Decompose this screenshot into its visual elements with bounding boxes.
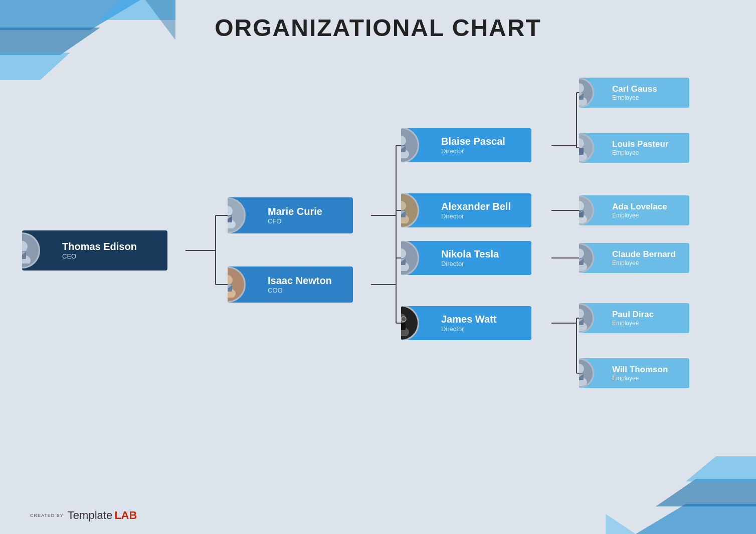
svg-marker-8: [606, 514, 636, 534]
dir2-node: Alexander Bell Director: [401, 193, 531, 227]
emp3-role: Employee: [612, 212, 668, 219]
dir4-avatar: [401, 306, 419, 340]
svg-point-69: [579, 201, 584, 211]
emp3-avatar: [579, 195, 594, 225]
cfo-node: Marie Curie CFO: [228, 197, 353, 233]
coo-avatar: [228, 266, 246, 303]
svg-rect-68: [579, 148, 584, 155]
emp5-role: Employee: [612, 320, 668, 327]
emp3-name: Ada Lovelace: [612, 202, 668, 212]
svg-point-52: [401, 248, 406, 258]
emp4-role: Employee: [612, 259, 676, 266]
emp2-name: Louis Pasteur: [612, 139, 668, 149]
emp3-node: Ada Lovelace Employee: [579, 195, 689, 225]
dir2-avatar: [401, 193, 419, 227]
svg-marker-6: [656, 479, 756, 506]
emp1-role: Employee: [612, 94, 668, 101]
coo-name: Isaac Newton: [268, 275, 332, 287]
ceo-name: Thomas Edison: [62, 241, 137, 252]
dir1-name: Blaise Pascal: [441, 136, 505, 147]
emp1-name: Carl Gauss: [612, 84, 668, 94]
emp6-node: Will Thomson Employee: [579, 358, 689, 388]
svg-rect-58: [401, 323, 406, 330]
dir2-name: Alexander Bell: [441, 201, 511, 212]
svg-point-76: [579, 309, 584, 319]
emp4-avatar: [579, 243, 594, 273]
coo-role: COO: [268, 287, 332, 294]
emp1-avatar: [579, 78, 594, 108]
emp6-role: Employee: [612, 375, 668, 382]
svg-point-44: [401, 136, 406, 146]
dir1-node: Blaise Pascal Director: [401, 128, 531, 162]
dir4-role: Director: [441, 325, 496, 333]
cfo-avatar: [228, 197, 246, 233]
svg-marker-7: [686, 456, 756, 481]
ceo-avatar: [22, 232, 40, 269]
coo-node: Isaac Newton COO: [228, 266, 353, 303]
footer-brand2: LAB: [114, 509, 137, 522]
emp2-avatar: [579, 133, 594, 163]
emp4-name: Claude Bernard: [612, 249, 676, 259]
dir3-avatar: [401, 241, 419, 275]
svg-point-40: [228, 275, 233, 285]
emp1-node: Carl Gauss Employee: [579, 78, 689, 108]
svg-point-56: [401, 314, 406, 324]
dir3-role: Director: [441, 260, 499, 268]
emp5-name: Paul Dirac: [612, 310, 668, 320]
page-title: ORGANIZATIONAL CHART: [0, 14, 756, 42]
svg-point-62: [579, 83, 584, 93]
svg-point-48: [401, 201, 406, 211]
svg-point-66: [579, 138, 584, 148]
svg-marker-2: [0, 53, 70, 80]
emp5-node: Paul Dirac Employee: [579, 303, 689, 333]
emp6-avatar: [579, 358, 594, 388]
dir2-role: Director: [441, 212, 511, 220]
ceo-node: Thomas Edison CEO: [22, 230, 167, 271]
dir3-node: Nikola Tesla Director: [401, 241, 531, 275]
cfo-role: CFO: [268, 217, 322, 225]
ceo-role: CEO: [62, 252, 137, 260]
footer: CREATED BY Template LAB: [30, 509, 137, 522]
footer-brand1: Template: [68, 509, 112, 522]
dir4-name: James Watt: [441, 314, 496, 325]
emp2-role: Employee: [612, 149, 668, 156]
dir4-node: James Watt Director: [401, 306, 531, 340]
svg-marker-5: [636, 504, 756, 534]
dir3-name: Nikola Tesla: [441, 248, 499, 260]
svg-point-72: [579, 248, 584, 258]
svg-point-80: [579, 364, 584, 374]
emp5-avatar: [579, 303, 594, 333]
cfo-name: Marie Curie: [268, 206, 322, 217]
svg-point-36: [228, 206, 233, 216]
emp2-node: Louis Pasteur Employee: [579, 133, 689, 163]
emp4-node: Claude Bernard Employee: [579, 243, 689, 273]
dir1-role: Director: [441, 147, 505, 155]
emp6-name: Will Thomson: [612, 365, 668, 375]
svg-point-32: [22, 241, 28, 252]
dir1-avatar: [401, 128, 419, 162]
footer-created-label: CREATED BY: [30, 513, 64, 518]
